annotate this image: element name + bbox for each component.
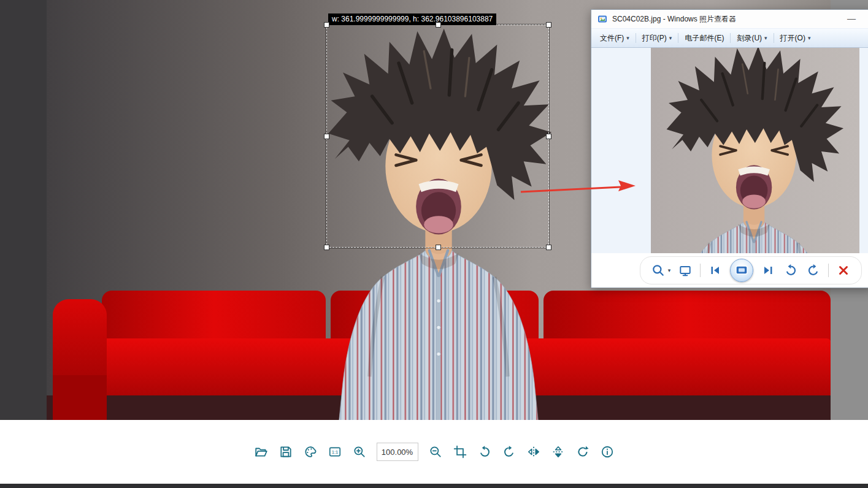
previous-image-button[interactable] — [707, 262, 723, 278]
crop-handle-middle-right[interactable] — [546, 134, 551, 139]
viewer-content-area — [591, 48, 868, 253]
chevron-down-icon: ▾ — [808, 36, 811, 41]
chevron-down-icon: ▾ — [626, 36, 629, 41]
menu-email-label: 电子邮件(E) — [685, 33, 724, 44]
viewer-window-title: SC04C02B.jpg - Windows 照片查看器 — [612, 14, 736, 25]
rotate-left-button[interactable] — [477, 444, 492, 459]
flip-vertical-button[interactable] — [551, 444, 566, 459]
photo-viewer-window[interactable]: SC04C02B.jpg - Windows 照片查看器 — 文件(F) ▾ 打… — [591, 9, 868, 288]
minimize-button[interactable]: — — [842, 11, 861, 26]
reset-button[interactable] — [575, 444, 590, 459]
viewer-toolbar: ▾ — [640, 256, 862, 284]
change-display-size-icon[interactable] — [677, 262, 693, 278]
chevron-down-icon: ▾ — [764, 36, 767, 41]
open-file-button[interactable] — [254, 444, 269, 459]
info-button[interactable] — [600, 444, 615, 459]
menu-open[interactable]: 打开(O) ▾ — [775, 31, 816, 46]
crop-handle-top-right[interactable] — [546, 22, 551, 28]
crop-button[interactable] — [453, 444, 467, 459]
viewer-image — [651, 48, 859, 253]
rotate-clockwise-icon[interactable] — [805, 262, 821, 278]
palette-button[interactable] — [303, 444, 318, 459]
menu-burn-label: 刻录(U) — [737, 33, 762, 44]
menu-print-label: 打印(P) — [642, 33, 667, 44]
crop-dimensions-label: w: 361.9999999999999, h: 362.96103896103… — [328, 13, 496, 25]
bottom-edge-bar — [0, 484, 868, 488]
crop-handle-middle-left[interactable] — [324, 134, 329, 139]
viewer-titlebar[interactable]: SC04C02B.jpg - Windows 照片查看器 — — [591, 10, 868, 28]
crop-handle-bottom-left[interactable] — [324, 245, 329, 250]
crop-handle-top-left[interactable] — [324, 22, 329, 28]
viewer-menubar: 文件(F) ▾ 打印(P) ▾ 电子邮件(E) 刻录(U) ▾ 打开(O) ▾ — [591, 28, 868, 48]
crop-handle-bottom-middle[interactable] — [436, 245, 441, 250]
menu-separator — [636, 33, 636, 43]
chevron-down-icon[interactable]: ▾ — [668, 268, 671, 273]
crop-selection[interactable]: w: 361.9999999999999, h: 362.96103896103… — [326, 25, 549, 248]
flip-horizontal-button[interactable] — [526, 444, 541, 459]
menu-email[interactable]: 电子邮件(E) — [680, 31, 729, 46]
actual-size-button[interactable]: 1:1 — [328, 444, 342, 459]
svg-text:1:1: 1:1 — [331, 449, 338, 455]
rotate-counterclockwise-icon[interactable] — [783, 262, 799, 278]
zoom-icon[interactable] — [650, 262, 666, 278]
menu-separator — [774, 33, 774, 43]
delete-icon[interactable] — [835, 262, 851, 278]
toolbar-separator — [700, 264, 701, 277]
toolbar-separator — [828, 264, 829, 277]
chevron-down-icon: ▾ — [669, 36, 672, 41]
rotate-right-button[interactable] — [502, 444, 517, 459]
menu-file-label: 文件(F) — [600, 33, 624, 44]
menu-print[interactable]: 打印(P) ▾ — [637, 31, 677, 46]
slideshow-button[interactable] — [730, 259, 753, 282]
editor-toolbar: 1:1 — [0, 420, 868, 484]
stage-left-gutter — [0, 0, 47, 420]
photo-viewer-app-icon — [597, 14, 607, 24]
menu-file[interactable]: 文件(F) ▾ — [595, 31, 634, 46]
crop-handle-bottom-right[interactable] — [546, 245, 551, 250]
next-image-button[interactable] — [760, 262, 776, 278]
menu-separator — [678, 33, 678, 43]
crop-handle-top-middle[interactable] — [436, 22, 441, 28]
menu-separator — [730, 33, 731, 43]
viewer-bottom-bar: ▾ — [591, 253, 868, 288]
zoom-in-button[interactable] — [352, 444, 367, 459]
zoom-out-button[interactable] — [428, 444, 443, 459]
save-button[interactable] — [278, 444, 293, 459]
zoom-level-input[interactable] — [377, 443, 418, 461]
menu-burn[interactable]: 刻录(U) ▾ — [732, 31, 772, 46]
menu-open-label: 打开(O) — [780, 33, 805, 44]
